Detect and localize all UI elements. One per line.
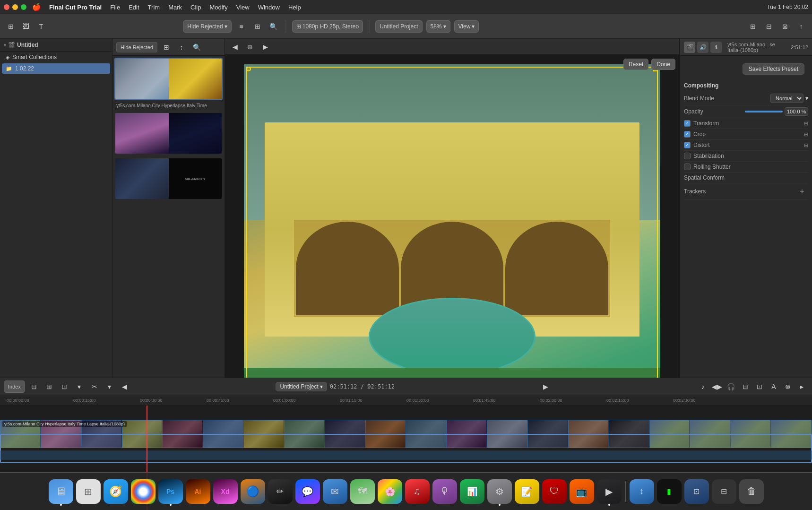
browser-search[interactable]: 🔍 (190, 41, 203, 53)
timeline-prev[interactable]: ◀ (119, 380, 131, 393)
timeline-zoom-audio[interactable]: ♪ (697, 380, 709, 393)
timeline-headphones[interactable]: 🎧 (725, 380, 737, 393)
timeline-btn1[interactable]: ⊟ (28, 380, 40, 393)
menu-modify[interactable]: Modify (206, 3, 231, 12)
timeline-clip-main[interactable]: yt5s.com-Milano City Hyperlapse Italy Ti… (0, 420, 812, 448)
dock-chrome[interactable] (131, 479, 155, 504)
sidebar-item-date[interactable]: 📁 1.02.22 (2, 63, 110, 74)
clip-row-2[interactable] (114, 112, 223, 155)
toolbar-titles-btn[interactable]: T (35, 20, 47, 33)
dock-messenger[interactable]: 💬 (295, 479, 320, 504)
inspector-tab-info[interactable]: ℹ (710, 42, 722, 53)
fullscreen-button[interactable] (21, 4, 26, 10)
viewer-next[interactable]: ▶ (259, 41, 271, 53)
dock-illustrator[interactable]: Ai (186, 479, 210, 504)
menu-trim[interactable]: Trim (145, 3, 164, 12)
menu-view[interactable]: View (233, 3, 253, 12)
timeline-audio-quality[interactable]: ⊡ (753, 380, 766, 393)
reset-button[interactable]: Reset (623, 59, 648, 70)
dock-safari[interactable]: 🧭 (104, 479, 128, 504)
filter-hide-rejected[interactable]: Hide Rejected (116, 42, 157, 52)
search-btn[interactable]: 🔍 (268, 20, 280, 33)
dock-photos[interactable]: 🌸 (378, 479, 402, 504)
inspector-tab-audio[interactable]: 🔊 (697, 42, 708, 53)
format-dropdown[interactable]: ⊞ 1080p HD 25p, Stereo (292, 20, 363, 33)
zoom-dropdown[interactable]: 58% ▾ (426, 20, 450, 33)
viewer-prev[interactable]: ◀ (229, 41, 241, 53)
inspector-tab-video[interactable]: 🎬 (684, 42, 695, 53)
app-name[interactable]: Final Cut Pro Trial (46, 3, 105, 12)
crop-checkbox[interactable]: ✓ (684, 131, 691, 138)
filter-dropdown[interactable]: Hide Rejected ▾ (183, 20, 231, 33)
timeline-record[interactable]: ⊛ (782, 380, 794, 393)
distort-checkbox[interactable]: ✓ (684, 142, 691, 148)
dock-screens[interactable]: 📺 (570, 479, 594, 504)
transform-expand-icon[interactable]: ⊟ (804, 121, 808, 127)
view-type-grid[interactable]: ⊞ (251, 20, 264, 33)
stabilization-checkbox[interactable] (684, 153, 691, 159)
dock-finder[interactable]: 🖥 (49, 479, 73, 504)
timeline-next[interactable]: ▶ (540, 380, 552, 393)
timeline-btn2[interactable]: ⊞ (43, 380, 55, 393)
add-tracker-button[interactable]: + (796, 185, 808, 198)
blend-mode-select[interactable]: Normal (770, 94, 803, 103)
toolbar-layout1[interactable]: ⊞ (747, 20, 759, 33)
sidebar-item-smart-collections[interactable]: ◈ Smart Collections (2, 52, 110, 62)
dock-podcasts[interactable]: 🎙 (432, 479, 457, 504)
toolbar-photos-btn[interactable]: 🖼 (20, 20, 32, 33)
close-button[interactable] (4, 4, 9, 10)
clip-row-1[interactable] (114, 58, 223, 100)
dock-xd[interactable]: Xd (213, 479, 238, 504)
timeline-tool[interactable]: ✂ (88, 380, 101, 393)
toolbar-layout3[interactable]: ⊠ (779, 20, 791, 33)
browser-sort[interactable]: ↕ (175, 41, 188, 53)
menu-mark[interactable]: Mark (165, 3, 185, 12)
menu-help[interactable]: Help (285, 3, 304, 12)
dock-fcp[interactable]: ▶ (597, 479, 622, 504)
opacity-slider[interactable] (745, 111, 783, 112)
dock-iterm[interactable]: ▮ (657, 479, 682, 504)
dock-bitdefender[interactable]: 🛡 (542, 479, 567, 504)
dock-photoshop[interactable]: Ps (158, 479, 183, 504)
transform-checkbox[interactable]: ✓ (684, 120, 691, 127)
project-dropdown[interactable]: Untitled Project (375, 20, 422, 33)
timeline-tool-dropdown[interactable]: ▾ (104, 380, 116, 393)
dock-airdrop[interactable]: ↕ (630, 479, 654, 504)
menu-file[interactable]: File (107, 3, 123, 12)
opacity-input[interactable] (785, 107, 808, 116)
dock-misc1[interactable]: ⊟ (712, 479, 736, 504)
timeline-project-dropdown[interactable]: Untitled Project ▾ (276, 382, 327, 391)
dock-maps[interactable]: 🗺 (350, 479, 375, 504)
crop-expand-icon[interactable]: ⊟ (804, 131, 808, 138)
timeline-zoom-out[interactable]: ◀▶ (711, 380, 723, 393)
index-button[interactable]: Index (4, 380, 25, 393)
timeline-selector[interactable]: ▾ (73, 380, 86, 393)
dock-system-prefs[interactable]: ⚙ (487, 479, 512, 504)
timeline-overflow[interactable]: ▸ (796, 380, 808, 393)
toolbar-share[interactable]: ↑ (795, 20, 807, 33)
timeline-btn3[interactable]: ⊡ (58, 380, 70, 393)
dock-numbers[interactable]: 📊 (460, 479, 484, 504)
rolling-shutter-checkbox[interactable] (684, 164, 691, 170)
toolbar-layout2[interactable]: ⊟ (763, 20, 775, 33)
browser-view-toggle[interactable]: ⊞ (160, 41, 173, 53)
view-type-list[interactable]: ≡ (235, 20, 248, 33)
minimize-button[interactable] (12, 4, 18, 10)
dock-launchpad[interactable]: ⊞ (76, 479, 101, 504)
dock-vectornator[interactable]: ✏ (268, 479, 293, 504)
timeline-video-quality[interactable]: ⊟ (739, 380, 752, 393)
clip-item-2[interactable] (114, 112, 223, 155)
menu-edit[interactable]: Edit (125, 3, 142, 12)
clip-row-3[interactable]: MILANOITY (114, 157, 223, 200)
sidebar-collapse-icon[interactable]: ▾ (4, 43, 6, 48)
dock-trash[interactable]: 🗑 (739, 479, 764, 504)
dock-blender[interactable]: 🔵 (241, 479, 265, 504)
timeline-auto[interactable]: A (768, 380, 780, 393)
apple-menu[interactable]: 🍎 (32, 3, 41, 11)
dock-mail[interactable]: ✉ (323, 479, 347, 504)
dock-taskman[interactable]: ⊡ (684, 479, 709, 504)
clip-item-3[interactable]: MILANOITY (114, 157, 223, 200)
toolbar-libraries-btn[interactable]: ⊞ (5, 20, 17, 33)
done-button[interactable]: Done (651, 59, 675, 70)
dock-notes[interactable]: 📝 (515, 479, 539, 504)
